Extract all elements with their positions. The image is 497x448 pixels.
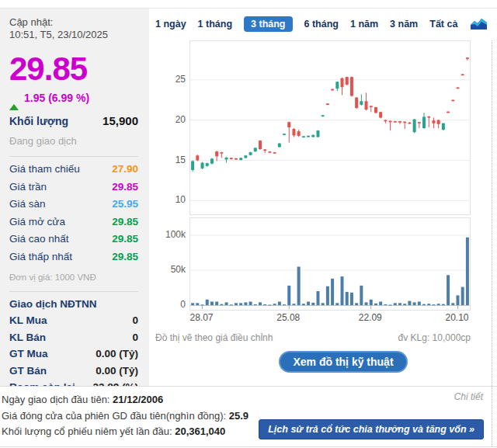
foreign-trading-title: Giao dịch NĐTNN — [9, 298, 138, 310]
price-row: Giá cao nhất29.85 — [9, 233, 138, 251]
price-change: 1.95 (6.99 %) — [24, 92, 89, 104]
tab-1-ngày[interactable]: 1 ngày — [155, 19, 186, 30]
stock-quote-page: Cập nhật: 10:51, T5, 23/10/2025 29.85 1.… — [0, 0, 497, 448]
chart-note-left: Đồ thị vẽ theo giá điều chỉnh — [155, 332, 273, 343]
price-row: Giá sàn25.95 — [9, 198, 138, 216]
price-axis-tick: 15 — [162, 155, 186, 165]
trading-status: Đang giao dịch — [9, 135, 138, 147]
tab-6-tháng[interactable]: 6 tháng — [304, 19, 339, 30]
price-row: Giá thấp nhất29.85 — [9, 251, 138, 269]
divider — [9, 291, 138, 292]
area-chart-icon[interactable] — [471, 18, 487, 30]
main-area: Cập nhật: 10:51, T5, 23/10/2025 29.85 1.… — [0, 9, 497, 386]
unit-note: Đơn vị giá: 1000 VNĐ — [9, 273, 138, 282]
tab-1-tháng[interactable]: 1 tháng — [198, 19, 232, 30]
volume-label: Khối lượng — [9, 115, 68, 127]
tab-1-năm[interactable]: 1 năm — [350, 19, 378, 30]
listing-info-footer: Ngày giao dịch đầu tiên: 21/12/2006 Giá … — [0, 386, 497, 447]
page-edge-divider — [492, 40, 492, 446]
candlestick-chart[interactable]: 25201510 — [189, 40, 471, 215]
x-axis-tick: 22.09 — [351, 312, 390, 323]
volume-axis-tick: 50k — [162, 264, 186, 275]
detail-link[interactable]: Chi tiết — [454, 391, 483, 402]
timeframe-tabs: 1 ngày1 tháng3 tháng6 tháng1 năm3 nămTất… — [155, 16, 497, 32]
up-arrow-icon — [9, 91, 19, 105]
volume-axis-tick: 0 — [162, 299, 186, 310]
update-label: Cập nhật: — [9, 16, 138, 29]
update-datetime: 10:51, T5, 23/10/2025 — [9, 29, 138, 41]
volume-chart[interactable]: 100k50k0 — [189, 217, 471, 311]
technical-chart-button[interactable]: Xem đồ thị kỹ thuật — [279, 351, 407, 373]
price-axis-tick: 25 — [162, 74, 186, 85]
tab-3-tháng[interactable]: 3 tháng — [244, 16, 292, 32]
price-axis-tick: 20 — [162, 114, 186, 125]
tab-tất-cả[interactable]: Tất cả — [429, 19, 457, 30]
divider — [9, 156, 138, 157]
x-axis-tick: 20.10 — [437, 312, 476, 323]
last-price: 29.85 — [9, 50, 138, 88]
price-table: Giá tham chiếu27.90Giá trần29.85Giá sàn2… — [9, 163, 138, 268]
price-row: Giá trần29.85 — [9, 181, 138, 199]
x-axis-tick: 28.07 — [182, 312, 221, 323]
volume-axis-tick: 100k — [162, 229, 186, 240]
top-strip — [0, 0, 497, 9]
dividend-history-button[interactable]: Lịch sử trả cổ tức chia thưởng và tăng v… — [259, 419, 484, 439]
foreign-row: GT Bán0.00 (Tỷ) — [9, 365, 138, 382]
x-axis-tick: 25.08 — [269, 312, 308, 323]
chart-column: 1 ngày1 tháng3 tháng6 tháng1 năm3 nămTất… — [149, 9, 497, 386]
price-row: Giá mở cửa29.85 — [9, 216, 138, 234]
foreign-row: KL Bán0 — [9, 332, 138, 349]
foreign-row: KL Mua0 — [9, 314, 138, 332]
first-trading-day-line: Ngày giao dịch đầu tiên: 21/12/2006 — [2, 392, 486, 408]
price-axis-tick: 10 — [162, 194, 186, 205]
volume-value: 15,900 — [103, 114, 138, 127]
x-axis-labels: 28.0725.0822.0920.10 — [189, 312, 471, 325]
quote-sidebar: Cập nhật: 10:51, T5, 23/10/2025 29.85 1.… — [0, 9, 149, 386]
foreign-row: GT Mua0.00 (Tỷ) — [9, 348, 138, 365]
tab-3-năm[interactable]: 3 năm — [390, 19, 418, 30]
chart-note-right: đv KLg: 10,000cp — [398, 332, 471, 343]
price-row: Giá tham chiếu27.90 — [9, 163, 138, 181]
